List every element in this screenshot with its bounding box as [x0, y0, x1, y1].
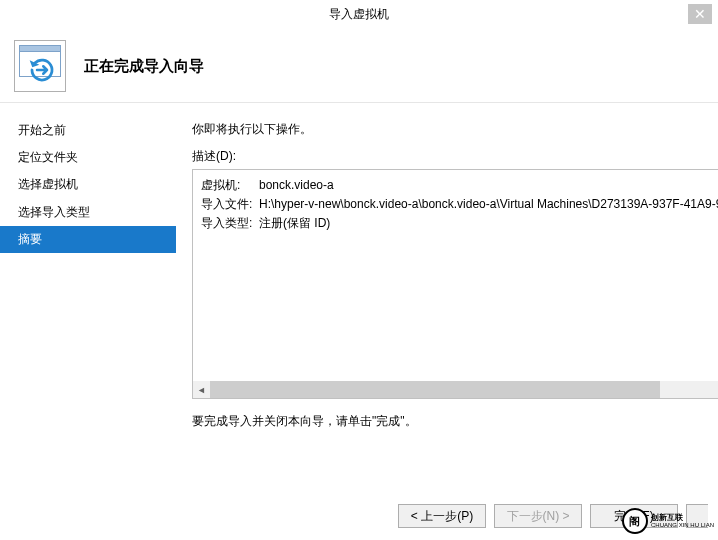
scroll-track[interactable]: [210, 381, 718, 398]
close-icon: ✕: [694, 7, 706, 21]
wizard-header: 正在完成导入向导: [0, 30, 718, 103]
previous-button[interactable]: < 上一步(P): [398, 504, 486, 528]
chevron-left-icon: ◄: [197, 385, 206, 395]
titlebar: 导入虚拟机 ✕: [0, 0, 718, 30]
table-row: 虚拟机: bonck.video-a: [201, 176, 718, 195]
watermark: 阁 创新互联 CHUANG XIN HU LIAN: [622, 508, 714, 534]
window-title: 导入虚拟机: [329, 6, 389, 23]
wizard-icon: [14, 40, 66, 92]
row-label-vm: 虚拟机:: [201, 176, 259, 195]
content-area: 开始之前 定位文件夹 选择虚拟机 选择导入类型 摘要 你即将执行以下操作。 描述…: [0, 103, 718, 483]
row-value-type: 注册(保留 ID): [259, 214, 330, 233]
scroll-left-button[interactable]: ◄: [193, 381, 210, 398]
close-button[interactable]: ✕: [688, 4, 712, 24]
sidebar-item-before-begin[interactable]: 开始之前: [0, 117, 176, 144]
row-value-vm: bonck.video-a: [259, 176, 334, 195]
sidebar-item-summary[interactable]: 摘要: [0, 226, 176, 253]
summary-content: 虚拟机: bonck.video-a 导入文件: H:\hyper-v-new\…: [193, 170, 718, 240]
row-value-file: H:\hyper-v-new\bonck.video-a\bonck.video…: [259, 195, 718, 214]
description-box: 虚拟机: bonck.video-a 导入文件: H:\hyper-v-new\…: [192, 169, 718, 399]
watermark-name: 创新互联: [651, 514, 714, 523]
wizard-title: 正在完成导入向导: [84, 57, 204, 76]
scroll-thumb[interactable]: [210, 381, 660, 398]
row-label-type: 导入类型:: [201, 214, 259, 233]
description-label: 描述(D):: [192, 148, 718, 165]
wizard-steps-sidebar: 开始之前 定位文件夹 选择虚拟机 选择导入类型 摘要: [0, 103, 176, 483]
table-row: 导入文件: H:\hyper-v-new\bonck.video-a\bonck…: [201, 195, 718, 214]
watermark-sub: CHUANG XIN HU LIAN: [651, 522, 714, 528]
intro-text: 你即将执行以下操作。: [192, 121, 718, 138]
next-button: 下一步(N) >: [494, 504, 582, 528]
footnote-text: 要完成导入并关闭本向导，请单击"完成"。: [192, 413, 718, 430]
table-row: 导入类型: 注册(保留 ID): [201, 214, 718, 233]
sidebar-item-locate-folder[interactable]: 定位文件夹: [0, 144, 176, 171]
sidebar-item-select-vm[interactable]: 选择虚拟机: [0, 171, 176, 198]
main-panel: 你即将执行以下操作。 描述(D): 虚拟机: bonck.video-a 导入文…: [176, 103, 718, 483]
import-arrow-icon: [27, 55, 57, 85]
row-label-file: 导入文件:: [201, 195, 259, 214]
sidebar-item-import-type[interactable]: 选择导入类型: [0, 199, 176, 226]
horizontal-scrollbar[interactable]: ◄ ►: [193, 381, 718, 398]
watermark-logo-icon: 阁: [622, 508, 648, 534]
